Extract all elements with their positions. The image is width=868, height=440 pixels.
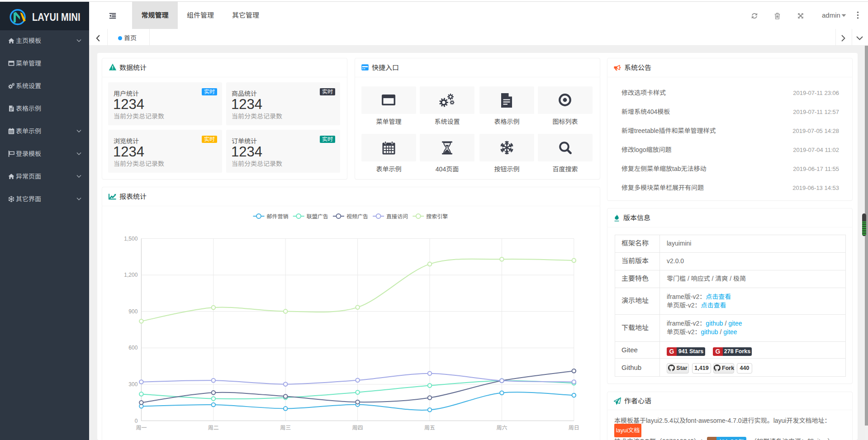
svg-text:1,200: 1,200: [124, 272, 138, 278]
svg-text:视频广告: 视频广告: [346, 213, 368, 220]
svg-text:周一: 周一: [136, 425, 147, 431]
svg-text:周二: 周二: [208, 425, 219, 431]
svg-text:600: 600: [128, 345, 138, 351]
svg-text:周四: 周四: [352, 425, 363, 431]
svg-text:联盟广告: 联盟广告: [307, 213, 328, 220]
svg-text:周日: 周日: [569, 425, 579, 431]
svg-text:直接访问: 直接访问: [386, 213, 408, 220]
svg-text:0: 0: [135, 418, 138, 424]
svg-text:周五: 周五: [424, 425, 435, 431]
svg-text:1,500: 1,500: [124, 236, 138, 242]
svg-text:周六: 周六: [496, 425, 507, 431]
svg-text:周三: 周三: [280, 425, 291, 431]
svg-text:邮件营销: 邮件营销: [267, 213, 289, 220]
svg-text:900: 900: [128, 308, 138, 315]
svg-text:搜索引擎: 搜索引擎: [426, 213, 448, 220]
svg-text:300: 300: [128, 381, 138, 388]
